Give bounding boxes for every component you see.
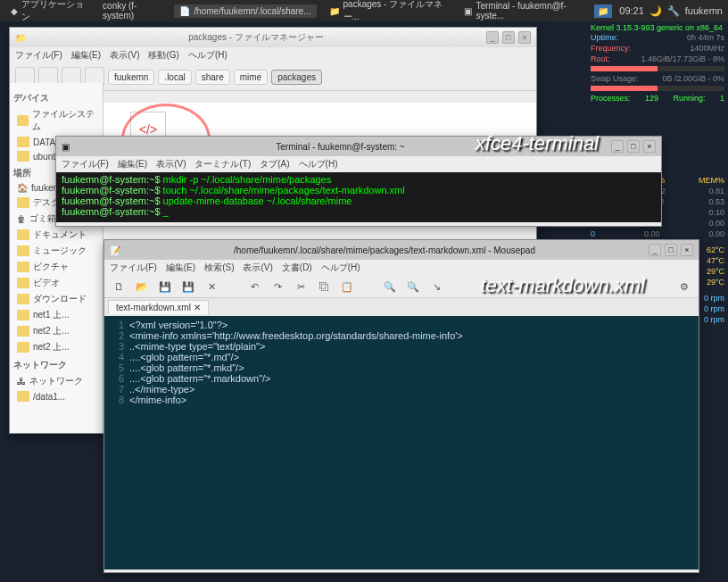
- menu-item[interactable]: 検索(S): [204, 262, 234, 274]
- tray-icon[interactable]: 🌙: [649, 5, 662, 17]
- menu-item[interactable]: ファイル(F): [15, 49, 62, 62]
- drive-icon: [17, 137, 29, 147]
- term-menubar: ファイル(F) 編集(E) 表示(V) ターミナル(T) タブ(A) ヘルプ(H…: [56, 156, 661, 172]
- user-label[interactable]: fuukemn: [685, 5, 723, 16]
- menu-item[interactable]: ヘルプ(H): [321, 262, 360, 274]
- max-button[interactable]: □: [627, 140, 640, 153]
- sidebar-item[interactable]: ビデオ: [13, 275, 99, 291]
- editor-content[interactable]: 1<?xml version="1.0"?> 2<mime-info xmlns…: [104, 316, 699, 570]
- close-button[interactable]: ×: [681, 244, 693, 256]
- task-conky[interactable]: conky (f-system): [97, 0, 167, 22]
- save-icon[interactable]: 💾: [158, 279, 172, 294]
- folder-icon: [17, 326, 29, 337]
- mousepad-window: 📝/home/fuukemn/.local/share/mime/package…: [103, 239, 699, 573]
- sidebar-item[interactable]: ミュージック: [13, 243, 99, 259]
- goto-icon[interactable]: ↘: [429, 279, 443, 294]
- menu-item[interactable]: 編集(E): [118, 158, 147, 170]
- task-home[interactable]: 📄 /home/fuukemn/.local/share...: [174, 4, 316, 18]
- min-button[interactable]: _: [611, 140, 624, 153]
- breadcrumb[interactable]: share: [195, 70, 230, 85]
- taskbar: ◆ アプリケーション conky (f-system) 📄 /home/fuuk…: [0, 0, 728, 21]
- terminal-content[interactable]: fuukemn@f-system:~$ mkdir -p ~/.local/sh…: [56, 172, 661, 222]
- fm-titlebar[interactable]: 📁 packages - ファイルマネージャー _ □ ×: [10, 28, 536, 47]
- menu-item[interactable]: 表示(V): [156, 158, 186, 170]
- menu-item[interactable]: ファイル(F): [110, 262, 157, 274]
- menu-item[interactable]: 編集(E): [166, 262, 195, 274]
- open-icon[interactable]: 📂: [135, 279, 149, 294]
- clock: 09:21: [619, 5, 644, 16]
- search-icon[interactable]: 🔍: [383, 279, 397, 294]
- close-button[interactable]: ×: [518, 31, 531, 44]
- sidebar-item[interactable]: ファイルシステム: [13, 106, 99, 135]
- apps-menu[interactable]: ◆ アプリケーション: [5, 0, 90, 25]
- max-button[interactable]: □: [502, 31, 515, 44]
- terminal-window: ▣Terminal - fuukemn@f-system: ~ _ □ × ファ…: [55, 136, 662, 227]
- sidebar-item[interactable]: ドキュメント: [13, 227, 99, 243]
- breadcrumb[interactable]: packages: [271, 70, 322, 85]
- editor-tab[interactable]: text-markdown.xml ✕: [108, 300, 209, 314]
- folder-icon: [17, 310, 29, 320]
- breadcrumb[interactable]: fuukemn: [108, 70, 154, 85]
- menu-item[interactable]: ヘルプ(H): [188, 49, 228, 62]
- new-icon[interactable]: 🗋: [112, 279, 126, 294]
- close-button[interactable]: ×: [643, 140, 656, 153]
- folder-icon: [17, 229, 29, 240]
- fm-menubar: ファイル(F) 編集(E) 表示(V) 移動(G) ヘルプ(H): [10, 47, 536, 63]
- cut-icon[interactable]: ✂: [294, 279, 308, 294]
- copy-icon[interactable]: ⿻: [317, 279, 331, 294]
- sidebar-item[interactable]: net2 上...: [13, 339, 99, 355]
- min-button[interactable]: _: [486, 31, 499, 44]
- sidebar-item[interactable]: net1 上...: [13, 307, 99, 323]
- sidebar-item[interactable]: 🖧ネットワーク: [13, 373, 99, 389]
- folder-icon: [17, 294, 29, 304]
- menu-item[interactable]: 表示(V): [110, 49, 139, 62]
- folder-icon: [17, 342, 29, 353]
- sidebar-item[interactable]: ダウンロード: [13, 291, 99, 307]
- tray-icon[interactable]: 🔧: [667, 5, 680, 17]
- settings-icon[interactable]: ⚙: [677, 279, 691, 294]
- menu-item[interactable]: 文書(D): [282, 262, 312, 274]
- folder-icon: [17, 278, 29, 288]
- menu-item[interactable]: ヘルプ(H): [299, 158, 338, 170]
- sidebar-item[interactable]: ピクチャ: [13, 259, 99, 275]
- folder-icon: [17, 262, 29, 272]
- folder-icon: [17, 391, 29, 402]
- folder-icon: [17, 245, 29, 256]
- undo-icon[interactable]: ↶: [247, 279, 261, 294]
- menu-item[interactable]: タブ(A): [260, 158, 289, 170]
- close-icon[interactable]: ✕: [204, 279, 219, 294]
- saveas-icon[interactable]: 💾: [181, 279, 195, 294]
- drive-icon: [17, 151, 29, 162]
- annotation-label: xfce4-terminal: [476, 132, 599, 155]
- sidebar-item[interactable]: /data1...: [13, 389, 99, 403]
- annotation-label: text-markdown.xml: [480, 274, 645, 297]
- sidebar-item[interactable]: net2 上...: [13, 323, 99, 339]
- fm-title: packages - ファイルマネージャー: [188, 31, 324, 44]
- breadcrumb[interactable]: .local: [158, 70, 191, 85]
- pad-tabs: text-markdown.xml ✕: [104, 298, 699, 316]
- menu-item[interactable]: ターミナル(T): [194, 158, 251, 170]
- min-button[interactable]: _: [649, 244, 661, 256]
- redo-icon[interactable]: ↷: [270, 279, 285, 294]
- folder-icon: [17, 197, 29, 208]
- pad-titlebar[interactable]: 📝/home/fuukemn/.local/share/mime/package…: [104, 240, 699, 260]
- task-folder[interactable]: 📁: [594, 4, 612, 18]
- replace-icon[interactable]: 🔍: [406, 279, 420, 294]
- menu-item[interactable]: 移動(G): [148, 49, 178, 62]
- task-packages[interactable]: 📁 packages - ファイルマネー...: [324, 0, 452, 25]
- drive-icon: [17, 115, 29, 126]
- menu-item[interactable]: 表示(V): [243, 262, 272, 274]
- paste-icon[interactable]: 📋: [340, 279, 354, 294]
- breadcrumb[interactable]: mime: [234, 70, 268, 85]
- task-terminal[interactable]: ▣ Terminal - fuukemn@f-syste...: [459, 0, 587, 22]
- menu-item[interactable]: ファイル(F): [62, 158, 109, 170]
- max-button[interactable]: □: [665, 244, 677, 256]
- menu-item[interactable]: 編集(E): [71, 49, 101, 62]
